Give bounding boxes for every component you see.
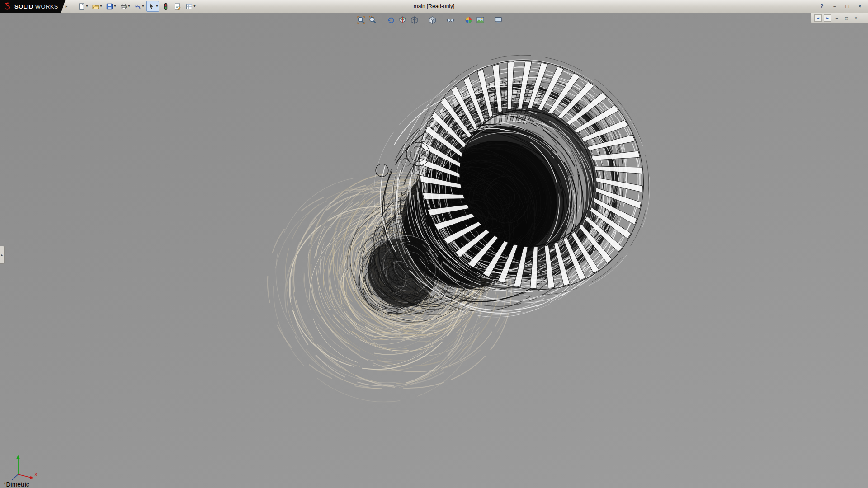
dropdown-caret[interactable]: ▾	[86, 5, 88, 8]
heads-up-view-toolbar	[352, 15, 507, 25]
select-icon	[148, 3, 156, 10]
new-button[interactable]: ▾	[76, 1, 89, 12]
solidworks-logo: SOLIDWORKS	[0, 0, 66, 13]
dropdown-caret[interactable]: ▾	[156, 5, 158, 8]
previous-view-button[interactable]	[385, 15, 396, 25]
open-icon	[92, 3, 99, 10]
document-window-controls: ◄ ► − □ ×	[811, 13, 868, 23]
dropdown-caret[interactable]: ▾	[114, 5, 116, 8]
edit-appearance-button[interactable]	[463, 15, 474, 25]
dropdown-caret[interactable]: ▾	[100, 5, 102, 8]
edit-appearance-icon	[464, 16, 473, 24]
solidworks-logo-mark	[4, 2, 13, 11]
file-properties-button[interactable]	[172, 1, 183, 12]
file-properties-icon	[174, 3, 181, 10]
rebuild-button[interactable]	[160, 1, 171, 12]
view-orientation-label: *Dimetric	[4, 481, 29, 488]
brand-solid: SOLID	[14, 3, 33, 10]
display-style-icon	[428, 16, 437, 24]
triad-x-arrowhead	[30, 476, 33, 479]
headsup-group	[385, 15, 420, 25]
save-button[interactable]: ▾	[104, 1, 117, 12]
zoom-to-area-button[interactable]	[367, 15, 378, 25]
view-settings-icon	[494, 16, 503, 24]
minimize-button[interactable]: −	[830, 2, 839, 10]
new-icon	[78, 3, 85, 10]
print-button[interactable]: ▾	[118, 1, 131, 12]
main-toolbar: ▾▾▾▾▾▾▾	[76, 1, 197, 12]
headsup-group	[463, 15, 486, 25]
hide-show-items-button[interactable]	[445, 15, 456, 25]
triad-x-label: X	[34, 472, 38, 477]
save-icon	[106, 3, 113, 10]
options-button[interactable]: ▾	[184, 1, 197, 12]
section-view-icon	[398, 16, 407, 24]
window-controls: ? − □ ×	[817, 2, 868, 10]
open-button[interactable]: ▾	[90, 1, 103, 12]
help-button[interactable]: ?	[817, 2, 826, 10]
display-style-button[interactable]	[427, 15, 438, 25]
dropdown-caret[interactable]: ▾	[193, 5, 195, 8]
hide-show-items-icon	[446, 16, 455, 24]
options-icon	[185, 3, 193, 10]
headsup-group	[493, 15, 504, 25]
doc-close-button[interactable]: ×	[852, 14, 860, 22]
brand-works: WORKS	[35, 3, 58, 10]
orientation-triad: X	[5, 448, 41, 484]
engine-wireframe-model	[0, 13, 868, 488]
doc-restore-button[interactable]: □	[843, 14, 850, 22]
rebuild-icon	[162, 3, 170, 10]
previous-document-button[interactable]: ◄	[814, 14, 822, 22]
apply-scene-icon	[476, 16, 485, 24]
dropdown-caret[interactable]: ▾	[142, 5, 144, 8]
undo-button[interactable]: ▾	[132, 1, 145, 12]
graphics-area[interactable]: ◄ ► − □ × ▸ X *Dimetric	[0, 13, 868, 488]
triad-z-axis	[12, 474, 18, 480]
next-document-button[interactable]: ►	[824, 14, 831, 22]
window-title: main [Read-only]	[414, 3, 455, 9]
section-view-button[interactable]	[397, 15, 408, 25]
restore-button[interactable]: □	[843, 2, 852, 10]
title-bar: SOLIDWORKS ▸ ▾▾▾▾▾▾▾ main [Read-only] ? …	[0, 0, 868, 13]
view-orientation-button[interactable]	[409, 15, 420, 25]
select-button[interactable]: ▾	[146, 1, 159, 12]
headsup-group	[355, 15, 378, 25]
zoom-to-fit-button[interactable]	[355, 15, 366, 25]
menu-flyout-arrow[interactable]: ▸	[66, 4, 68, 9]
view-orientation-icon	[410, 16, 419, 24]
undo-icon	[134, 3, 142, 10]
triad-x-axis	[18, 474, 30, 478]
print-icon	[120, 3, 127, 10]
triad-y-arrowhead	[16, 455, 19, 459]
apply-scene-button[interactable]	[475, 15, 486, 25]
zoom-to-area-icon	[368, 16, 377, 24]
doc-minimize-button[interactable]: −	[833, 14, 841, 22]
close-button[interactable]: ×	[855, 2, 864, 10]
view-settings-button[interactable]	[493, 15, 504, 25]
headsup-group	[445, 15, 456, 25]
dropdown-caret[interactable]: ▾	[128, 5, 130, 8]
feature-pane-expand-tab[interactable]: ▸	[0, 246, 5, 264]
zoom-to-fit-icon	[357, 16, 365, 24]
headsup-group	[427, 15, 438, 25]
previous-view-icon	[387, 16, 395, 24]
